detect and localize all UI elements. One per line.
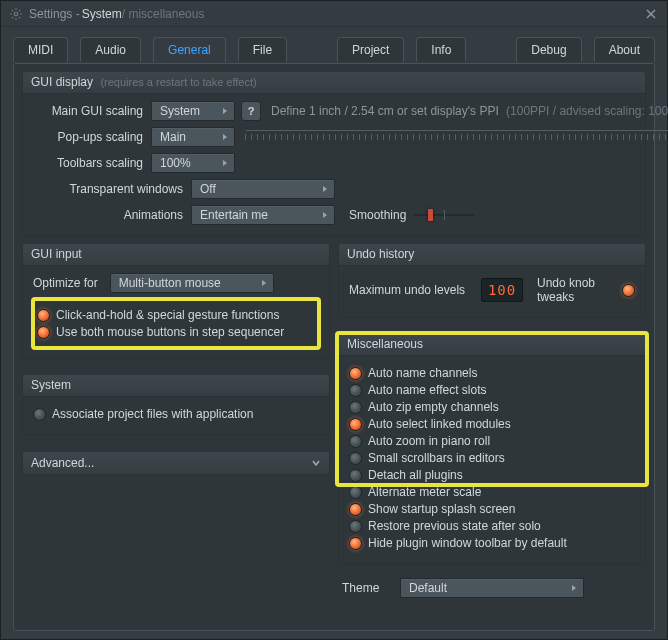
misc-toggle[interactable]: [349, 486, 362, 499]
misc-label: Auto zoom in piano roll: [368, 434, 490, 448]
advanced-label: Advanced...: [31, 456, 94, 470]
gear-icon: [9, 7, 23, 21]
select-animations-value: Entertain me: [200, 208, 268, 222]
tab-general[interactable]: General: [153, 37, 226, 62]
group-undo-history: Undo history Maximum undo levels 100 Und…: [338, 244, 646, 318]
svg-point-0: [14, 12, 18, 16]
misc-option: Restore previous state after solo: [349, 519, 635, 533]
misc-label: Auto name channels: [368, 366, 477, 380]
misc-option: Show startup splash screen: [349, 502, 635, 516]
gui-input-toggle[interactable]: [37, 309, 50, 322]
gui-input-label: Use both mouse buttons in step sequencer: [56, 325, 284, 339]
help-button[interactable]: ?: [241, 101, 261, 121]
label-undo-knob: Undo knob tweaks: [537, 276, 616, 304]
label-popups-scaling: Pop-ups scaling: [33, 130, 151, 144]
label-optimize-for: Optimize for: [33, 276, 106, 290]
legend-text: GUI display: [31, 75, 93, 89]
misc-option: Alternate meter scale: [349, 485, 635, 499]
tab-file[interactable]: File: [238, 37, 287, 62]
titlebar: Settings - System / miscellaneous: [1, 1, 667, 27]
label-max-undo: Maximum undo levels: [349, 283, 473, 297]
misc-label: Auto select linked modules: [368, 417, 511, 431]
group-system: System Associate project files with appl…: [22, 375, 330, 435]
gui-input-option: Use both mouse buttons in step sequencer: [37, 325, 315, 339]
select-optimize-value: Multi-button mouse: [119, 276, 221, 290]
misc-option: Auto name effect slots: [349, 383, 635, 397]
select-toolbars-scaling[interactable]: 100%: [151, 153, 235, 173]
system-label: Associate project files with application: [52, 407, 253, 421]
group-gui-input: GUI input Optimize for Multi-button mous…: [22, 244, 330, 359]
ppi-gauge[interactable]: [245, 130, 668, 144]
group-miscellaneous: Miscellaneous Auto name channelsAuto nam…: [338, 334, 646, 564]
select-animations[interactable]: Entertain me: [191, 205, 335, 225]
misc-toggle[interactable]: [349, 452, 362, 465]
label-animations: Animations: [33, 208, 191, 222]
tab-row: MIDIAudioGeneralFileProjectInfoDebugAbou…: [1, 27, 667, 62]
tab-debug[interactable]: Debug: [516, 37, 581, 62]
title-prefix: Settings -: [29, 7, 80, 21]
advanced-toggle[interactable]: Advanced...: [22, 451, 330, 475]
legend-undo: Undo history: [339, 244, 645, 266]
label-transparent-windows: Transparent windows: [33, 182, 191, 196]
misc-toggle[interactable]: [349, 418, 362, 431]
misc-toggle[interactable]: [349, 537, 362, 550]
misc-label: Detach all plugins: [368, 468, 463, 482]
settings-body: GUI display (requires a restart to take …: [13, 63, 655, 631]
system-option: Associate project files with application: [33, 407, 319, 421]
misc-option: Auto name channels: [349, 366, 635, 380]
define-text: Define 1 inch / 2.54 cm or set display's…: [271, 104, 499, 118]
chevron-down-icon: [311, 458, 321, 468]
gui-input-label: Click-and-hold & special gesture functio…: [56, 308, 279, 322]
select-transparent-windows[interactable]: Off: [191, 179, 335, 199]
slider-smoothing[interactable]: [414, 208, 474, 222]
misc-label: Auto zip empty channels: [368, 400, 499, 414]
misc-label: Alternate meter scale: [368, 485, 481, 499]
misc-toggle[interactable]: [349, 469, 362, 482]
legend-gui-input: GUI input: [23, 244, 329, 266]
legend-gui-display: GUI display (requires a restart to take …: [23, 72, 645, 94]
select-transparent-value: Off: [200, 182, 216, 196]
title-main: System: [82, 7, 122, 21]
misc-toggle[interactable]: [349, 435, 362, 448]
misc-toggle[interactable]: [349, 384, 362, 397]
toggle-undo-knob[interactable]: [622, 284, 635, 297]
close-button[interactable]: [643, 6, 659, 22]
misc-option: Auto zip empty channels: [349, 400, 635, 414]
label-theme: Theme: [338, 581, 400, 595]
title-suffix: / miscellaneous: [122, 7, 205, 21]
legend-system: System: [23, 375, 329, 397]
label-toolbars-scaling: Toolbars scaling: [33, 156, 151, 170]
tab-about[interactable]: About: [594, 37, 655, 62]
misc-option: Hide plugin window toolbar by default: [349, 536, 635, 550]
gui-input-option: Click-and-hold & special gesture functio…: [37, 308, 315, 322]
misc-toggle[interactable]: [349, 367, 362, 380]
define-ppi-text: Define 1 inch / 2.54 cm or set display's…: [271, 104, 668, 118]
select-toolbars-value: 100%: [160, 156, 191, 170]
misc-label: Show startup splash screen: [368, 502, 515, 516]
select-popups-value: Main: [160, 130, 186, 144]
select-main-scaling[interactable]: System: [151, 101, 235, 121]
gui-input-toggle[interactable]: [37, 326, 50, 339]
select-popups-scaling[interactable]: Main: [151, 127, 235, 147]
misc-label: Auto name effect slots: [368, 383, 487, 397]
select-theme[interactable]: Default: [400, 578, 584, 598]
tab-info[interactable]: Info: [416, 37, 466, 62]
misc-option: Small scrollbars in editors: [349, 451, 635, 465]
tab-project[interactable]: Project: [337, 37, 404, 62]
tab-audio[interactable]: Audio: [80, 37, 141, 62]
gui-input-highlight: Click-and-hold & special gesture functio…: [33, 299, 319, 348]
misc-toggle[interactable]: [349, 520, 362, 533]
group-gui-display: GUI display (requires a restart to take …: [22, 72, 646, 236]
misc-option: Auto select linked modules: [349, 417, 635, 431]
misc-option: Auto zoom in piano roll: [349, 434, 635, 448]
define-hint: (100PPI / advised scaling: 100%): [506, 104, 668, 118]
settings-window: Settings - System / miscellaneous MIDIAu…: [0, 0, 668, 640]
misc-toggle[interactable]: [349, 401, 362, 414]
tab-midi[interactable]: MIDI: [13, 37, 68, 62]
misc-toggle[interactable]: [349, 503, 362, 516]
system-toggle[interactable]: [33, 408, 46, 421]
label-main-scaling: Main GUI scaling: [33, 104, 151, 118]
misc-label: Small scrollbars in editors: [368, 451, 505, 465]
input-max-undo[interactable]: 100: [481, 278, 523, 302]
select-optimize-for[interactable]: Multi-button mouse: [110, 273, 274, 293]
